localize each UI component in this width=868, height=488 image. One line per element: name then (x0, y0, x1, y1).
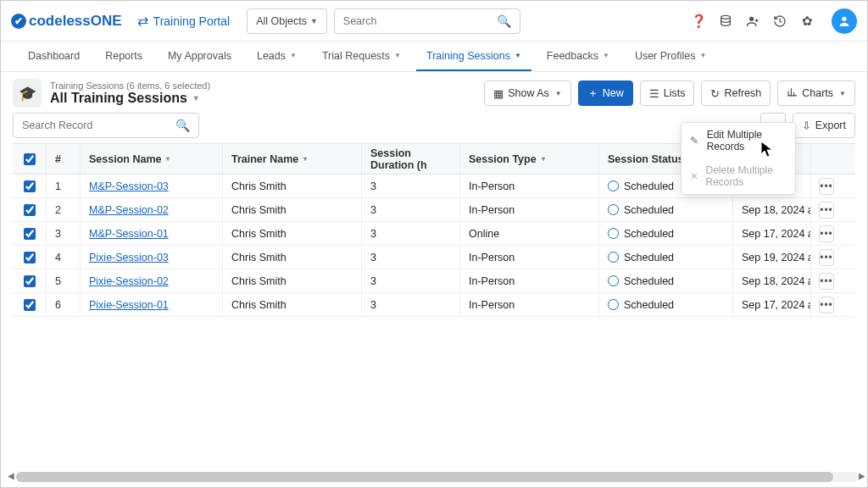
record-search[interactable]: 🔍 (13, 113, 199, 138)
session-name-cell: M&P-Session-01 (81, 222, 223, 245)
page-body: 🎓 Training Sessions (6 items, 6 selected… (1, 72, 867, 324)
nav-user-profiles[interactable]: User Profiles▼ (625, 42, 716, 71)
brand-text-2: ONE (91, 13, 122, 30)
charts-button[interactable]: Charts▼ (777, 80, 855, 106)
nav-dashboard[interactable]: Dashboard (18, 42, 90, 71)
sort-icon: ▾ (542, 155, 545, 163)
duration-cell: 3 (362, 175, 460, 197)
table-body: 1M&P-Session-03Chris Smith3In-PersonSche… (13, 175, 855, 317)
session-name-link[interactable]: Pixie-Session-03 (89, 252, 169, 263)
session-status-cell: Scheduled (599, 198, 733, 221)
history-icon[interactable] (772, 14, 787, 29)
swap-icon: ⇄ (137, 13, 148, 29)
table-row[interactable]: 5Pixie-Session-02Chris Smith3In-PersonSc… (13, 269, 855, 293)
row-checkbox[interactable] (24, 299, 36, 311)
row-checkbox[interactable] (24, 228, 36, 240)
row-select-cell[interactable] (13, 246, 47, 269)
col-trainer-name[interactable]: Trainer Name▾ (223, 144, 362, 174)
row-select-cell[interactable] (13, 269, 47, 292)
scroll-right-icon[interactable]: ▶ (859, 471, 865, 480)
table-row[interactable]: 2M&P-Session-02Chris Smith3In-PersonSche… (13, 198, 855, 222)
caret-down-icon: ▼ (699, 52, 706, 59)
refresh-button[interactable]: ↻Refresh (701, 80, 771, 106)
new-button[interactable]: ＋New (578, 80, 633, 106)
session-name-link[interactable]: Pixie-Session-02 (89, 275, 169, 287)
row-checkbox[interactable] (24, 252, 36, 263)
session-type-cell: Online (460, 222, 599, 245)
database-icon[interactable] (718, 14, 733, 29)
nav-leads[interactable]: Leads▼ (247, 42, 307, 71)
scroll-left-icon[interactable]: ◀ (8, 471, 14, 480)
edit-multiple-records[interactable]: ✎ Edit Multiple Records (682, 123, 795, 158)
row-checkbox[interactable] (24, 275, 36, 287)
global-search-input[interactable] (343, 15, 497, 27)
caret-down-icon: ▼ (290, 52, 297, 59)
table-row[interactable]: 6Pixie-Session-01Chris Smith3In-PersonSc… (13, 293, 855, 317)
row-actions-cell: ••• (811, 246, 842, 269)
trainer-name-cell: Chris Smith (223, 293, 362, 316)
date-cell: Sep 18, 2024 at 10 (733, 198, 811, 221)
row-menu-button[interactable]: ••• (819, 178, 834, 195)
col-duration[interactable]: Session Duration (h (362, 144, 460, 174)
btn-label: Export (815, 119, 846, 131)
status-dot-icon (608, 204, 619, 215)
help-icon[interactable]: ❓ (691, 14, 706, 29)
export-button[interactable]: ⇩Export (793, 113, 855, 138)
row-checkbox[interactable] (24, 180, 36, 192)
col-select-all[interactable] (13, 144, 47, 174)
session-name-link[interactable]: M&P-Session-02 (89, 204, 169, 216)
session-name-link[interactable]: Pixie-Session-01 (89, 299, 169, 311)
session-type-cell: In-Person (460, 198, 599, 221)
col-session-name[interactable]: Session Name▾ (81, 144, 223, 174)
nav-reports[interactable]: Reports (95, 42, 153, 71)
table-row[interactable]: 3M&P-Session-01Chris Smith3OnlineSchedul… (13, 222, 855, 246)
export-icon: ⇩ (802, 119, 811, 132)
nav-label: Trial Requests (322, 50, 390, 62)
sort-icon: ▾ (166, 155, 170, 163)
row-menu-button[interactable]: ••• (819, 202, 834, 219)
session-name-link[interactable]: M&P-Session-01 (89, 228, 169, 240)
row-select-cell[interactable] (13, 175, 47, 197)
object-selector[interactable]: All Objects ▼ (247, 8, 327, 34)
row-select-cell[interactable] (13, 293, 47, 316)
gear-icon[interactable]: ✿ (799, 14, 815, 29)
nav-my-approvals[interactable]: My Approvals (158, 42, 242, 71)
show-as-button[interactable]: ▦Show As▼ (484, 80, 571, 106)
scrollbar-thumb[interactable] (16, 472, 833, 482)
row-menu-button[interactable]: ••• (819, 225, 834, 242)
row-menu-button[interactable]: ••• (819, 249, 834, 266)
row-select-cell[interactable] (13, 222, 47, 245)
nav-training-sessions[interactable]: Training Sessions▼ (416, 42, 531, 71)
row-actions-cell: ••• (811, 175, 842, 197)
session-type-cell: In-Person (460, 246, 599, 269)
svg-point-0 (721, 15, 731, 19)
row-select-cell[interactable] (13, 198, 47, 221)
user-plus-icon[interactable] (745, 14, 760, 29)
session-name-link[interactable]: M&P-Session-03 (89, 180, 169, 192)
nav-feedbacks[interactable]: Feedbacks▼ (537, 42, 620, 71)
nav-trial-requests[interactable]: Trial Requests▼ (312, 42, 411, 71)
horizontal-scrollbar[interactable]: ◀ ▶ (16, 472, 859, 482)
user-avatar[interactable] (832, 8, 857, 34)
session-name-cell: Pixie-Session-01 (81, 293, 223, 316)
nav-label: Reports (105, 50, 142, 62)
row-menu-button[interactable]: ••• (819, 297, 834, 313)
row-menu-button[interactable]: ••• (819, 273, 834, 290)
menu-item-label: Delete Multiple Records (706, 164, 787, 188)
select-all-checkbox[interactable] (24, 153, 36, 165)
col-session-type[interactable]: Session Type▾ (460, 144, 599, 174)
duration-cell: 3 (362, 269, 460, 292)
brand-logo[interactable]: ✔ codelessONE (11, 13, 122, 30)
header-actions: ▦Show As▼ ＋New ☰Lists ↻Refresh Charts▼ (484, 80, 855, 106)
row-actions-cell: ••• (811, 269, 842, 292)
col-rownum[interactable]: # (47, 144, 81, 174)
record-search-input[interactable] (22, 119, 175, 131)
lists-button[interactable]: ☰Lists (640, 80, 695, 106)
portal-switcher[interactable]: ⇄ Training Portal (137, 13, 231, 29)
view-title[interactable]: All Training Sessions ▼ (50, 91, 210, 106)
delete-multiple-records[interactable]: ✕ Delete Multiple Records (682, 158, 795, 194)
row-checkbox[interactable] (24, 204, 36, 216)
table-row[interactable]: 4Pixie-Session-03Chris Smith3In-PersonSc… (13, 246, 855, 269)
chart-icon (787, 86, 798, 100)
global-search[interactable]: 🔍 (334, 8, 520, 34)
